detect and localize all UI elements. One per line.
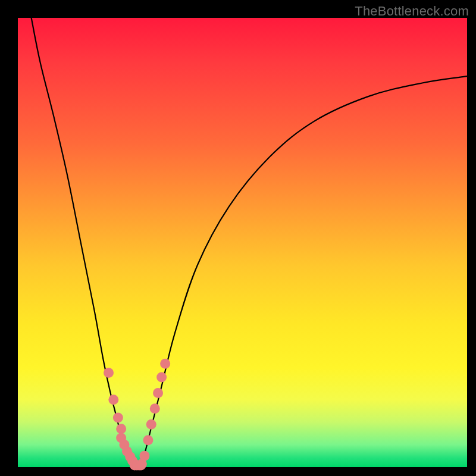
marker-left-markers: [116, 424, 126, 434]
marker-right-markers: [150, 403, 160, 414]
chart-frame: TheBottleneck.com: [0, 0, 476, 476]
curve-left-arm: [32, 18, 134, 465]
line-series-group: [32, 18, 467, 465]
marker-right-markers: [156, 372, 167, 383]
marker-left-markers: [113, 412, 123, 422]
marker-right-markers: [143, 435, 153, 445]
curve-layer: [18, 18, 467, 467]
marker-right-markers: [160, 359, 170, 369]
marker-left-markers: [108, 394, 118, 405]
marker-series-group: [104, 359, 170, 471]
marker-right-markers: [153, 388, 163, 398]
curve-right-arm: [142, 76, 467, 465]
marker-right-markers: [146, 419, 156, 430]
plot-area: [18, 18, 467, 467]
marker-left-markers: [104, 368, 114, 378]
watermark-text: TheBottleneck.com: [355, 4, 469, 19]
marker-valley-markers: [136, 460, 146, 470]
marker-right-markers: [139, 451, 149, 461]
